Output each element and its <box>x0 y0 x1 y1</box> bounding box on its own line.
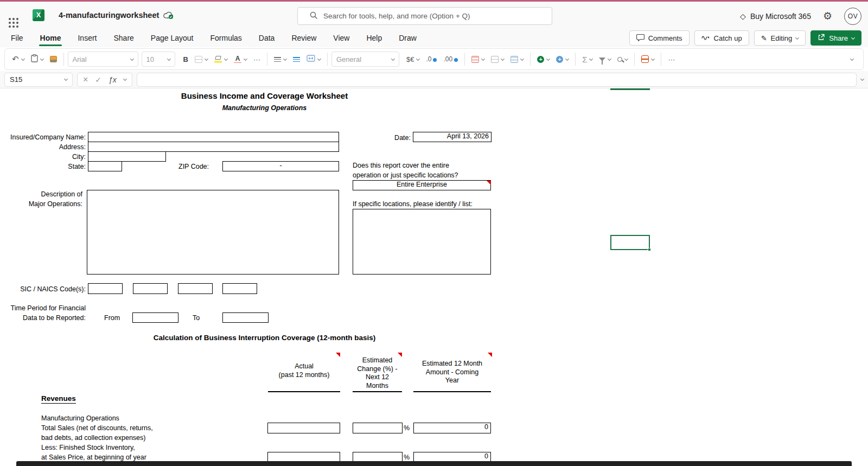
app-launcher-icon[interactable] <box>9 18 11 20</box>
insert-cells-button[interactable]: + <box>534 51 552 67</box>
format-painter-button[interactable] <box>47 51 60 67</box>
city-field[interactable] <box>88 151 166 162</box>
confirm-entry-icon[interactable]: ✓ <box>95 75 101 84</box>
coverage-field[interactable]: Entire Enterprise <box>353 180 491 190</box>
formula-input[interactable] <box>137 73 857 87</box>
date-field[interactable]: April 13, 2026 <box>413 132 492 142</box>
find-button[interactable] <box>615 51 630 67</box>
sheet-view-icon <box>641 55 649 63</box>
font-more-button[interactable]: ··· <box>251 51 263 67</box>
chevron-down-icon <box>651 56 655 60</box>
autosum-icon: Σ <box>582 55 587 64</box>
spreadsheet-grid[interactable]: Business Income and Coverage Worksheet M… <box>0 88 868 466</box>
fill-handle[interactable] <box>648 248 651 251</box>
format-as-table-button[interactable] <box>488 51 507 67</box>
fill-color-button[interactable] <box>212 51 230 67</box>
editing-mode-button[interactable]: ✎ Editing <box>754 30 806 46</box>
document-title[interactable]: 4-manufacturingworksheet <box>59 11 159 20</box>
decrease-decimal-button[interactable]: .00 <box>441 51 461 67</box>
tab-insert[interactable]: Insert <box>76 30 98 46</box>
find-icon <box>617 57 622 62</box>
sic-code-field[interactable] <box>222 283 257 294</box>
cell-styles-button[interactable] <box>508 51 526 67</box>
tab-help[interactable]: Help <box>365 30 383 46</box>
estimated-change-field[interactable] <box>353 423 403 433</box>
excel-logo-icon[interactable]: X <box>33 9 44 21</box>
tab-draw[interactable]: Draw <box>398 30 418 46</box>
ribbon-tab-bar: File Home Insert Share Page Layout Formu… <box>0 28 868 47</box>
coverage-question-line2: operation or just specific locations? <box>353 171 458 179</box>
wrap-text-button[interactable] <box>290 51 303 67</box>
tab-data[interactable]: Data <box>258 30 276 46</box>
specific-locations-label: If specific locations, please identify /… <box>353 200 473 208</box>
merge-cells-button[interactable] <box>304 51 323 67</box>
sheet-view-button[interactable] <box>639 51 657 67</box>
toolbar-overflow-button[interactable]: ··· <box>665 51 678 67</box>
conditional-formatting-button[interactable] <box>469 51 487 67</box>
align-button[interactable] <box>271 51 289 67</box>
tab-file[interactable]: File <box>10 30 24 46</box>
catch-up-button[interactable]: Catch up <box>694 30 749 46</box>
formula-bar-expand-icon[interactable] <box>860 77 864 81</box>
paste-button[interactable] <box>28 51 46 67</box>
sort-filter-button[interactable] <box>596 51 614 67</box>
address-field[interactable] <box>88 142 339 152</box>
tab-page-layout[interactable]: Page Layout <box>150 30 195 46</box>
decrease-decimal-icon: .00 <box>443 55 452 63</box>
borders-button[interactable] <box>192 51 210 67</box>
font-size-select[interactable]: 10 <box>142 52 175 67</box>
toolbar-divider <box>661 53 661 66</box>
delete-cells-button[interactable]: + <box>553 51 571 67</box>
font-color-icon: A <box>234 56 241 63</box>
insert-function-icon[interactable]: ƒx <box>108 75 117 84</box>
zip-field[interactable]: - <box>222 161 339 171</box>
from-date-field[interactable] <box>132 312 178 323</box>
estimated-amount-field[interactable]: 0 <box>413 423 491 433</box>
selected-cell[interactable] <box>610 235 650 250</box>
undo-button[interactable]: ↶ <box>9 51 27 67</box>
tab-review[interactable]: Review <box>290 30 317 46</box>
settings-gear-icon[interactable]: ⚙ <box>823 10 832 22</box>
increase-decimal-button[interactable]: .0 <box>423 51 439 67</box>
formula-bar: S15 × ✓ ƒx <box>0 71 868 88</box>
comments-button[interactable]: Comments <box>629 30 690 46</box>
tab-home[interactable]: Home <box>39 30 62 46</box>
tab-formulas[interactable]: Formulas <box>209 30 242 46</box>
name-box[interactable]: S15 <box>4 73 73 87</box>
font-color-button[interactable]: A <box>231 51 250 67</box>
description-field[interactable] <box>87 190 339 275</box>
search-input[interactable]: Search for tools, help, and more (Option… <box>297 7 552 25</box>
tab-view[interactable]: View <box>332 30 350 46</box>
address-label: Address: <box>0 143 86 151</box>
align-icon <box>274 57 281 62</box>
comment-marker-icon <box>488 353 492 357</box>
bold-button[interactable]: B <box>181 51 191 67</box>
to-date-field[interactable] <box>222 312 269 323</box>
buy-microsoft-365-button[interactable]: ◇ Buy Microsoft 365 <box>740 12 811 21</box>
chevron-down-icon <box>501 56 505 60</box>
chevron-down-icon <box>283 56 287 60</box>
sic-code-field[interactable] <box>88 283 123 294</box>
diamond-icon: ◇ <box>740 12 746 21</box>
insured-name-field[interactable] <box>88 132 339 142</box>
actual-amount-field[interactable] <box>267 423 340 433</box>
account-avatar[interactable]: OV <box>844 8 861 25</box>
tab-share[interactable]: Share <box>112 30 135 46</box>
ribbon-collapse-icon[interactable] <box>850 56 854 60</box>
sic-code-field[interactable] <box>178 283 213 294</box>
app-header: X 4-manufacturingworksheet Search for to… <box>0 2 868 28</box>
autosum-button[interactable]: Σ <box>579 51 595 67</box>
total-sales-label-line1: Total Sales (net of discounts, returns, <box>41 424 153 432</box>
cancel-entry-icon[interactable]: × <box>83 75 88 85</box>
share-button[interactable]: Share <box>810 30 861 46</box>
sic-code-field[interactable] <box>133 283 168 294</box>
toolbar-divider <box>464 53 465 66</box>
less-inventory-label-line1: Less: Finished Stock Inventory, <box>41 444 135 451</box>
toolbar-divider <box>327 53 328 66</box>
delete-cells-icon: + <box>556 56 563 63</box>
number-format-select[interactable]: General <box>331 52 399 67</box>
currency-format-button[interactable]: $€ <box>404 51 422 67</box>
font-name-select[interactable]: Arial <box>68 52 138 67</box>
state-field[interactable] <box>88 161 122 171</box>
specific-locations-field[interactable] <box>353 209 491 275</box>
